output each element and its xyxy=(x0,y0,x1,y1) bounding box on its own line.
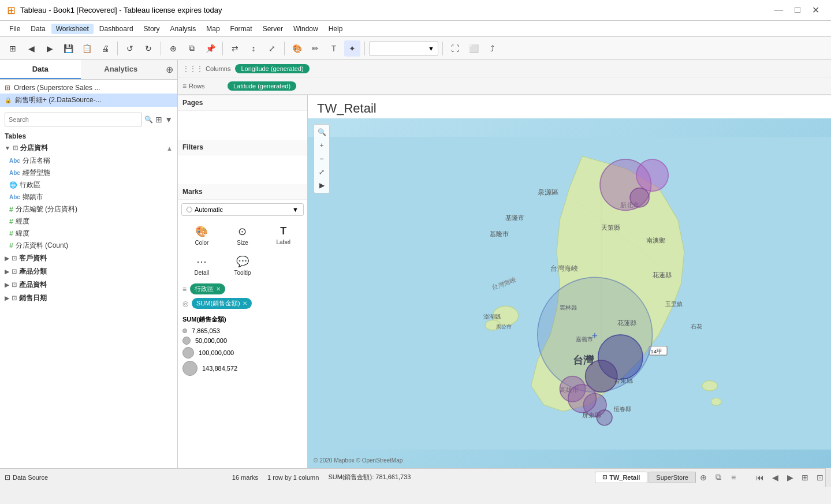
search-input[interactable] xyxy=(5,113,142,126)
add-sheet-btn[interactable]: ⊕ xyxy=(697,471,710,484)
table-group-customers[interactable]: ▶ ⊡ 客戶資料 xyxy=(0,252,177,265)
nav-first-btn[interactable]: ⏮ xyxy=(754,471,766,484)
columns-text: Columns xyxy=(206,65,230,72)
map-container[interactable]: 泉源區 基隆市 新北市 南澳鄉 花蓮縣 基隆市 天策縣 台灣海峽 台灣海峽 台灣… xyxy=(308,118,831,468)
datasource-status[interactable]: ⊡ Data Source xyxy=(5,473,48,481)
toolbar-device-btn[interactable]: ⬜ xyxy=(465,40,482,57)
menu-help[interactable]: Help xyxy=(324,24,348,34)
color-label: Color xyxy=(195,240,208,246)
sep2 xyxy=(161,42,161,55)
marks-tooltip-btn[interactable]: 💬 Tooltip xyxy=(223,252,262,279)
toolbar-marks-dropdown[interactable]: ▼ xyxy=(369,41,438,56)
field-business-type[interactable]: Abc 經營型態 xyxy=(0,167,177,179)
field-longitude[interactable]: # 經度 xyxy=(0,215,177,227)
toolbar-new-ds-btn[interactable]: ⊕ xyxy=(165,40,181,57)
field-township[interactable]: Abc 鄉鎮市 xyxy=(0,191,177,203)
minimize-btn[interactable]: — xyxy=(774,5,783,16)
longitude-pill[interactable]: Longitude (generated) xyxy=(235,64,309,73)
marks-color-btn[interactable]: 🎨 Color xyxy=(182,222,221,249)
map-zoom-in-btn[interactable]: + xyxy=(315,139,328,152)
menu-story[interactable]: Story xyxy=(139,24,165,34)
toolbar-present-btn[interactable]: ⛶ xyxy=(447,40,463,57)
toolbar-home-btn[interactable]: ⊞ xyxy=(5,40,21,57)
map-zoom-out-btn[interactable]: − xyxy=(315,152,328,165)
map-pan-btn[interactable]: ▶ xyxy=(315,179,328,192)
panel-options-btn[interactable]: ⊕ xyxy=(161,60,177,79)
menu-window[interactable]: Window xyxy=(289,24,323,34)
map-reset-btn[interactable]: ⤢ xyxy=(315,166,328,178)
search-icon[interactable]: 🔍 xyxy=(144,115,153,124)
toolbar-sort-btn[interactable]: ↕ xyxy=(245,40,262,57)
field-branch-name[interactable]: Abc 分店名稱 xyxy=(0,155,177,167)
field-branch-id[interactable]: # 分店編號 (分店資料) xyxy=(0,203,177,215)
toolbar-fit-btn[interactable]: ⤢ xyxy=(264,40,280,57)
menu-file[interactable]: File xyxy=(5,24,25,34)
data-tab[interactable]: Data xyxy=(0,60,81,79)
tab-tw-retail[interactable]: ⊡ TW_Retail xyxy=(595,472,647,483)
marks-circle-icon xyxy=(187,207,192,212)
toolbar-forward-btn[interactable]: ▶ xyxy=(42,40,58,57)
menu-analysis[interactable]: Analysis xyxy=(166,24,201,34)
field-branch-name-label: 分店名稱 xyxy=(23,156,50,166)
toolbar-print-btn[interactable]: 🖨 xyxy=(97,40,113,57)
map-search-btn[interactable]: 🔍 xyxy=(315,126,328,139)
toolbar-copy-btn[interactable]: ⧉ xyxy=(184,40,200,57)
view-grid-btn[interactable]: ⊞ xyxy=(799,471,811,484)
table-products-label: 產品資料 xyxy=(19,280,47,290)
maximize-btn[interactable]: □ xyxy=(795,5,800,16)
toolbar-tooltip-btn[interactable]: T xyxy=(326,40,342,57)
close-btn[interactable]: ✕ xyxy=(812,5,819,16)
toolbar-paste-btn[interactable]: 📌 xyxy=(202,40,218,57)
tables-header: Tables xyxy=(0,130,177,141)
marks-size-btn[interactable]: ⊙ Size xyxy=(223,222,262,249)
marks-field-district[interactable]: ≡ 行政區 ✕ xyxy=(178,282,307,296)
toolbar-save-as-btn[interactable]: 📋 xyxy=(79,40,95,57)
toolbar-color-btn[interactable]: 🎨 xyxy=(289,40,305,57)
toolbar-redo-btn[interactable]: ↻ xyxy=(140,40,156,57)
sheet-options-btn[interactable]: ≡ xyxy=(727,471,740,484)
table-group-sales-date[interactable]: ▶ ⊡ 銷售日期 xyxy=(0,292,177,305)
table-group-branches[interactable]: ▼ ⊡ 分店資料 ▲ xyxy=(0,141,177,155)
toolbar-annotation-btn[interactable]: ✏ xyxy=(307,40,323,57)
marks-field-sales[interactable]: ◎ SUM(銷售金額) ✕ xyxy=(178,296,307,311)
nav-prev-btn[interactable]: ◀ xyxy=(769,471,781,484)
menu-server[interactable]: Server xyxy=(258,24,288,34)
menu-worksheet[interactable]: Worksheet xyxy=(51,24,94,34)
field-count[interactable]: # 分店資料 (Count) xyxy=(0,240,177,252)
table-group-products[interactable]: ▶ ⊡ 產品資料 xyxy=(0,278,177,292)
latitude-pill[interactable]: Latitude (generated) xyxy=(228,81,296,91)
datasource-sales[interactable]: 🔒 銷售明細+ (2.DataSource-... xyxy=(0,94,177,107)
marks-type-dropdown[interactable]: Automatic ▼ xyxy=(181,203,304,216)
toolbar-save-btn[interactable]: 💾 xyxy=(60,40,76,57)
marks-detail-btn[interactable]: ⋯ Detail xyxy=(182,252,221,279)
toolbar-pointer-btn[interactable]: ✦ xyxy=(344,40,360,57)
marks-label-btn[interactable]: T Label xyxy=(264,222,303,249)
toolbar-share-btn[interactable]: ⤴ xyxy=(484,40,500,57)
datasource-label[interactable]: Data Source xyxy=(13,474,48,481)
toolbar-undo-btn[interactable]: ↺ xyxy=(122,40,138,57)
grid-view-btn[interactable]: ⊞ xyxy=(155,115,162,124)
duplicate-sheet-btn[interactable]: ⧉ xyxy=(712,471,725,484)
toolbar-swap-btn[interactable]: ⇄ xyxy=(227,40,243,57)
menu-map[interactable]: Map xyxy=(202,24,224,34)
district-pill[interactable]: 行政區 ✕ xyxy=(190,283,225,294)
legend-section: SUM(銷售金額) 7,865,053 50,000,000 100,000,0… xyxy=(178,311,307,383)
field-latitude[interactable]: # 緯度 xyxy=(0,227,177,240)
branch-scroll-up[interactable]: ▲ xyxy=(166,145,173,152)
filter-btn[interactable]: ▼ xyxy=(165,115,173,124)
svg-text:玉里鎮: 玉里鎮 xyxy=(665,301,683,307)
menu-format[interactable]: Format xyxy=(226,24,257,34)
tab-superstore[interactable]: SuperStore xyxy=(649,472,696,483)
table-group-product-cat[interactable]: ▶ ⊡ 產品分類 xyxy=(0,265,177,278)
menu-dashboard[interactable]: Dashboard xyxy=(95,24,138,34)
sales-remove-btn[interactable]: ✕ xyxy=(243,300,247,307)
datasource-orders[interactable]: ⊞ Orders (Superstore Sales ... xyxy=(0,82,177,94)
nav-next-btn[interactable]: ▶ xyxy=(784,471,796,484)
field-district[interactable]: 🌐 行政區 xyxy=(0,179,177,191)
toolbar-back-btn[interactable]: ◀ xyxy=(23,40,39,57)
menu-data[interactable]: Data xyxy=(26,24,50,34)
district-remove-btn[interactable]: ✕ xyxy=(216,286,221,292)
sort-sheets-btn[interactable]: ⊡ xyxy=(814,471,826,484)
analytics-tab[interactable]: Analytics xyxy=(81,60,162,79)
sales-pill[interactable]: SUM(銷售金額) ✕ xyxy=(192,298,252,309)
